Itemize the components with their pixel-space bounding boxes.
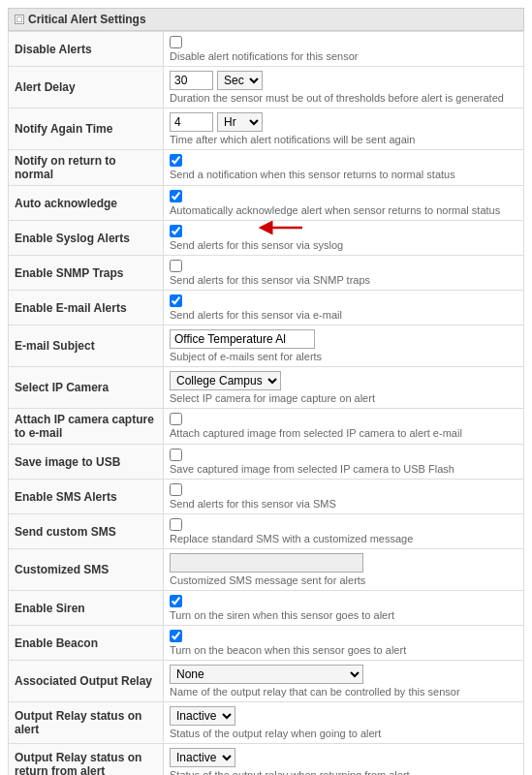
associated-relay-dropdown[interactable]: None (170, 665, 363, 684)
customized-sms-desc: Customized SMS message sent for alerts (170, 574, 517, 586)
field-label: Notify on return to normal (9, 150, 164, 186)
red-arrow-syslog (256, 217, 304, 238)
notify-return-checkbox[interactable] (170, 154, 182, 167)
field-label: Output Relay status on alert (9, 702, 164, 744)
enable-sms-checkbox[interactable] (170, 483, 182, 496)
enable-syslog-desc: Send alerts for this sensor via syslog (170, 239, 517, 251)
field-cell: Turn on the beacon when this sensor goes… (164, 626, 524, 661)
field-label: Associated Output Relay (9, 661, 164, 702)
field-label: Select IP Camera (9, 367, 164, 409)
field-cell: Send alerts for this sensor via SMS (164, 480, 524, 514)
relay-status-alert-dropdown[interactable]: InactiveActive (170, 706, 235, 726)
field-cell: Turn on the siren when this sensor goes … (164, 591, 524, 626)
select-ip-camera-desc: Select IP camera for image capture on al… (170, 392, 517, 404)
field-label: Auto acknowledge (9, 186, 164, 221)
field-label: Attach IP camera capture to e-mail (9, 409, 164, 445)
enable-beacon-desc: Turn on the beacon when this sensor goes… (170, 644, 517, 656)
field-cell: Send alerts for this sensor via SNMP tra… (164, 256, 524, 291)
email-subject-input[interactable] (170, 329, 315, 349)
field-cell: InactiveActive Status of the output rela… (164, 744, 524, 776)
field-cell: Attach captured image from selected IP c… (164, 409, 524, 445)
alert-delay-desc: Duration the sensor must be out of thres… (170, 92, 517, 104)
attach-ip-camera-checkbox[interactable] (170, 413, 182, 425)
enable-snmp-checkbox[interactable] (170, 260, 182, 272)
table-row: Output Relay status on return from alert… (9, 744, 524, 776)
table-row: Enable SMS Alerts Send alerts for this s… (9, 480, 524, 514)
field-label: E-mail Subject (9, 326, 164, 367)
field-label: Alert Delay (9, 67, 164, 108)
enable-email-desc: Send alerts for this sensor via e-mail (170, 309, 517, 321)
field-label: Enable E-mail Alerts (9, 291, 164, 326)
send-custom-sms-checkbox[interactable] (170, 518, 182, 531)
notify-return-desc: Send a notification when this sensor ret… (170, 169, 517, 180)
alert-delay-input[interactable] (170, 71, 213, 90)
disable-alerts-desc: Disable alert notifications for this sen… (170, 50, 517, 62)
customized-sms-input[interactable] (170, 553, 363, 573)
field-label: Enable Beacon (9, 626, 164, 661)
field-cell: SecMinHr Time after which alert notifica… (164, 108, 524, 150)
field-label: Enable Syslog Alerts (9, 221, 164, 256)
table-row: Enable Siren Turn on the siren when this… (9, 591, 524, 626)
field-cell: Send alerts for this sensor via syslog (164, 221, 524, 256)
alert-delay-unit[interactable]: SecMinHr (217, 71, 263, 90)
field-label: Disable Alerts (9, 32, 164, 67)
critical-alert-title: Critical Alert Settings (28, 13, 146, 26)
enable-syslog-checkbox[interactable] (170, 225, 182, 237)
enable-beacon-checkbox[interactable] (170, 630, 182, 642)
field-cell: Replace standard SMS with a customized m… (164, 514, 524, 549)
table-row: Output Relay status on alert InactiveAct… (9, 702, 524, 744)
table-row: Select IP Camera College Campus None Sel… (9, 367, 524, 409)
auto-acknowledge-desc: Automatically acknowledge alert when sen… (170, 204, 517, 216)
field-cell: SecMinHr Duration the sensor must be out… (164, 67, 524, 108)
table-row: Auto acknowledge Automatically acknowled… (9, 186, 524, 221)
field-label: Enable SMS Alerts (9, 480, 164, 514)
field-cell: Save captured image from selected IP cam… (164, 445, 524, 480)
disable-alerts-checkbox[interactable] (170, 36, 182, 48)
table-row: Enable Beacon Turn on the beacon when th… (9, 626, 524, 661)
field-cell: Subject of e-mails sent for alerts (164, 326, 524, 367)
enable-sms-desc: Send alerts for this sensor via SMS (170, 498, 517, 510)
enable-siren-checkbox[interactable] (170, 595, 182, 607)
field-label: Customized SMS (9, 549, 164, 591)
field-label: Output Relay status on return from alert (9, 744, 164, 776)
relay-status-alert-desc: Status of the output relay when going to… (170, 728, 517, 739)
table-row: Customized SMS Customized SMS message se… (9, 549, 524, 591)
table-row: Enable Syslog Alerts Send alerts for (9, 221, 524, 256)
associated-relay-desc: Name of the output relay that can be con… (170, 686, 517, 698)
field-cell: Disable alert notifications for this sen… (164, 32, 524, 67)
critical-alert-section-header: □ Critical Alert Settings (8, 8, 524, 31)
field-label: Notify Again Time (9, 108, 164, 150)
field-cell: InactiveActive Status of the output rela… (164, 702, 524, 744)
field-cell: Send a notification when this sensor ret… (164, 150, 524, 186)
table-row: Save image to USB Save captured image fr… (9, 445, 524, 480)
table-row: Associated Output Relay None Name of the… (9, 661, 524, 702)
send-custom-sms-desc: Replace standard SMS with a customized m… (170, 533, 517, 544)
notify-again-input[interactable] (170, 112, 213, 132)
table-row: Notify Again Time SecMinHr Time after wh… (9, 108, 524, 150)
select-ip-camera-dropdown[interactable]: College Campus None (170, 371, 281, 390)
attach-ip-camera-desc: Attach captured image from selected IP c… (170, 427, 517, 439)
field-label: Enable Siren (9, 591, 164, 626)
enable-snmp-desc: Send alerts for this sensor via SNMP tra… (170, 274, 517, 286)
field-label: Enable SNMP Traps (9, 256, 164, 291)
table-row: Attach IP camera capture to e-mail Attac… (9, 409, 524, 445)
table-row: Alert Delay SecMinHr Duration the sensor… (9, 67, 524, 108)
save-image-usb-checkbox[interactable] (170, 449, 182, 461)
field-cell: College Campus None Select IP camera for… (164, 367, 524, 409)
field-label: Send custom SMS (9, 514, 164, 549)
table-row: E-mail Subject Subject of e-mails sent f… (9, 326, 524, 367)
enable-siren-desc: Turn on the siren when this sensor goes … (170, 609, 517, 621)
field-cell: Customized SMS message sent for alerts (164, 549, 524, 591)
field-label: Save image to USB (9, 445, 164, 480)
page-wrapper: □ Critical Alert Settings Disable Alerts… (0, 0, 532, 775)
table-row: Disable Alerts Disable alert notificatio… (9, 32, 524, 67)
notify-again-unit[interactable]: SecMinHr (217, 112, 263, 132)
field-cell: Send alerts for this sensor via e-mail (164, 291, 524, 326)
enable-email-checkbox[interactable] (170, 294, 182, 307)
save-image-usb-desc: Save captured image from selected IP cam… (170, 463, 517, 475)
auto-acknowledge-checkbox[interactable] (170, 190, 182, 202)
collapse-icon[interactable]: □ (15, 15, 24, 24)
field-cell: None Name of the output relay that can b… (164, 661, 524, 702)
critical-alert-table: Disable Alerts Disable alert notificatio… (8, 31, 524, 775)
relay-status-return-dropdown[interactable]: InactiveActive (170, 748, 235, 767)
